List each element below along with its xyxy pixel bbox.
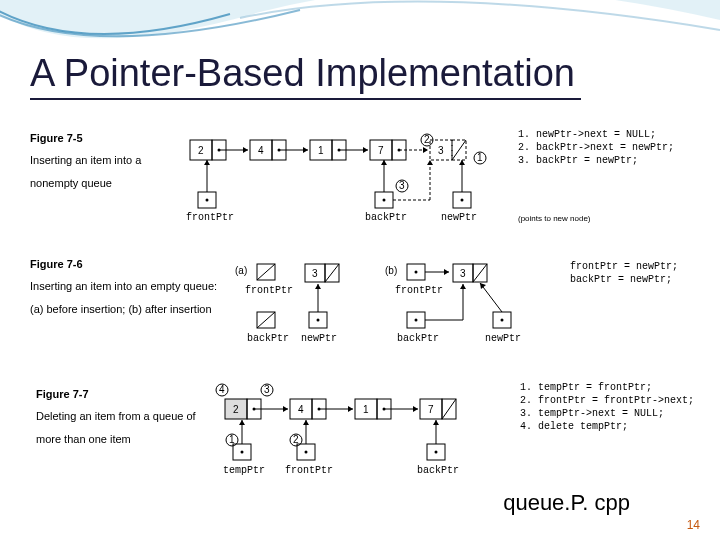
svg-point-25 [206, 199, 209, 202]
fig76-steps: frontPtr = newPtr; backPtr = newPtr; [570, 260, 720, 286]
svg-line-51 [325, 264, 339, 282]
fig77-step2: 2. frontPtr = frontPtr->next; [520, 394, 720, 407]
svg-point-69 [415, 319, 418, 322]
fig76-step2: backPtr = newPtr; [570, 273, 720, 286]
svg-text:2: 2 [424, 134, 430, 145]
svg-point-29 [383, 199, 386, 202]
fig75-text: Inserting an item into a nonempty queue [30, 147, 175, 195]
svg-text:4: 4 [298, 404, 304, 415]
svg-text:newPtr: newPtr [441, 212, 477, 223]
svg-text:frontPtr: frontPtr [285, 465, 333, 476]
fig77-text: Deleting an item from a queue of more th… [36, 403, 206, 451]
svg-text:frontPtr: frontPtr [395, 285, 443, 296]
fig77-step1: 1. tempPtr = frontPtr; [520, 381, 720, 394]
svg-line-23 [452, 140, 466, 160]
fig76-caption-block: Figure 7-6 Inserting an item into an emp… [30, 256, 220, 321]
fig76-label: Figure 7-6 [30, 258, 83, 270]
svg-point-37 [461, 199, 464, 202]
svg-text:1: 1 [477, 152, 483, 163]
svg-text:1: 1 [318, 145, 324, 156]
svg-text:2: 2 [293, 434, 299, 445]
svg-line-53 [257, 312, 275, 328]
fig75-step3: 3. backPtr = newPtr; [518, 154, 718, 167]
svg-text:frontPtr: frontPtr [186, 212, 234, 223]
fig76-step1: frontPtr = newPtr; [570, 260, 720, 273]
svg-text:newPtr: newPtr [485, 333, 521, 344]
svg-text:backPtr: backPtr [417, 465, 459, 476]
svg-text:3: 3 [312, 268, 318, 279]
fig77-diagram: 2417 4 3 tempPtr 1 frontPtr 2 backPtr [205, 382, 515, 482]
svg-text:(b): (b) [385, 265, 397, 276]
svg-point-56 [317, 319, 320, 322]
page-number: 14 [687, 518, 700, 532]
svg-line-46 [257, 264, 275, 280]
svg-point-101 [241, 451, 244, 454]
fig75-diagram: 24173 frontPtr backPtr 3 newPtr 1 2 [180, 130, 520, 220]
svg-text:4: 4 [219, 384, 225, 395]
svg-text:frontPtr: frontPtr [245, 285, 293, 296]
fig77-caption-block: Figure 7-7 Deleting an item from a queue… [36, 386, 206, 451]
fig77-step4: 4. delete tempPtr; [520, 420, 720, 433]
fig76-diagram: (a) frontPtr 3 backPtr newPtr (b) frontP… [235, 256, 555, 356]
fig75-step1: 1. newPtr->next = NULL; [518, 128, 718, 141]
svg-text:3: 3 [460, 268, 466, 279]
fig77-step3: 3. tempPtr->next = NULL; [520, 407, 720, 420]
svg-text:(a): (a) [235, 265, 247, 276]
fig75-step2: 2. backPtr->next = newPtr; [518, 141, 718, 154]
svg-text:backPtr: backPtr [397, 333, 439, 344]
fig77-steps: 1. tempPtr = frontPtr; 2. frontPtr = fro… [520, 381, 720, 433]
fig76-text: Inserting an item into an empty queue: (… [30, 273, 220, 321]
svg-text:2: 2 [233, 404, 239, 415]
svg-text:1: 1 [363, 404, 369, 415]
fig77-caption: Figure 7-7 Deleting an item from a queue… [36, 386, 206, 451]
fig76-caption: Figure 7-6 Inserting an item into an emp… [30, 256, 220, 321]
svg-point-113 [435, 451, 438, 454]
fig75-newptr-note: (points to new node) [518, 214, 591, 223]
svg-text:2: 2 [198, 145, 204, 156]
fig75-label: Figure 7-5 [30, 132, 83, 144]
svg-text:3: 3 [438, 145, 444, 156]
svg-point-61 [415, 271, 418, 274]
fig75-caption: Figure 7-5 Inserting an item into a none… [30, 130, 175, 195]
filename-label: queue.P. cpp [503, 490, 630, 516]
svg-text:3: 3 [399, 180, 405, 191]
svg-text:1: 1 [229, 434, 235, 445]
fig75-steps: 1. newPtr->next = NULL; 2. backPtr->next… [518, 128, 718, 167]
svg-point-107 [305, 451, 308, 454]
fig77-label: Figure 7-7 [36, 388, 89, 400]
svg-point-74 [501, 319, 504, 322]
svg-text:backPtr: backPtr [247, 333, 289, 344]
svg-text:7: 7 [378, 145, 384, 156]
svg-line-75 [480, 283, 502, 312]
svg-line-67 [473, 264, 487, 282]
svg-text:newPtr: newPtr [301, 333, 337, 344]
fig75-caption-block: Figure 7-5 Inserting an item into a none… [30, 130, 175, 195]
svg-text:backPtr: backPtr [365, 212, 407, 223]
svg-text:3: 3 [264, 384, 270, 395]
svg-text:tempPtr: tempPtr [223, 465, 265, 476]
slide-title: A Pointer-Based Implementation [30, 52, 581, 100]
svg-text:4: 4 [258, 145, 264, 156]
svg-text:7: 7 [428, 404, 434, 415]
svg-line-95 [442, 399, 456, 419]
